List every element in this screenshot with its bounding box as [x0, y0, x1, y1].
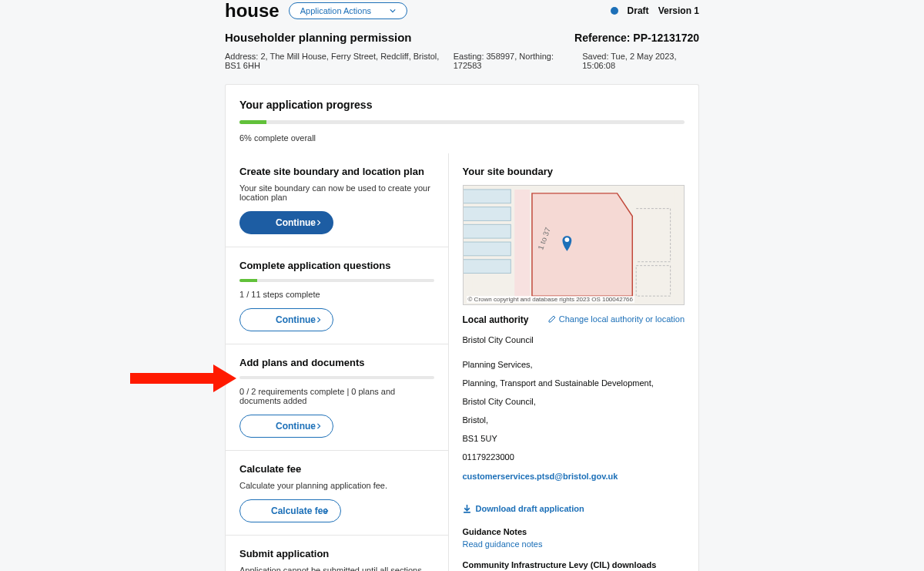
section-boundary: Create site boundary and location plan Y… — [226, 153, 448, 247]
meta-row: Address: 2, The Mill House, Ferry Street… — [225, 52, 699, 70]
actions-label: Application Actions — [300, 6, 371, 15]
svg-rect-1 — [464, 190, 511, 203]
authority-name: Bristol City Council — [463, 331, 685, 348]
status-label: Draft — [628, 5, 649, 16]
cil-title: Community Infrastructure Levy (CIL) down… — [463, 560, 685, 569]
svg-rect-3 — [464, 224, 511, 238]
subheader: Householder planning permission Referenc… — [225, 31, 699, 44]
callout-arrow — [130, 364, 215, 375]
calculate-fee-button[interactable]: Calculate fee — [239, 499, 341, 522]
authority-addr-1: Planning, Transport and Sustainable Deve… — [463, 375, 685, 391]
progress-card: Your application progress 6% complete ov… — [225, 84, 699, 153]
download-icon — [463, 505, 471, 513]
chevron-right-icon — [316, 220, 322, 226]
questions-continue-button[interactable]: Continue — [239, 308, 333, 331]
edit-icon — [548, 315, 556, 323]
guidance-notes-link[interactable]: Read guidance notes — [463, 538, 685, 551]
boundary-desc: Your site boundary can now be used to cr… — [239, 183, 434, 202]
fee-desc: Calculate your planning application fee. — [239, 481, 434, 490]
section-submit: Submit application Application cannot be… — [226, 536, 448, 571]
progress-text: 6% complete overall — [239, 133, 685, 143]
saved-text: Saved: Tue, 2 May 2023, 15:06:08 — [582, 52, 699, 70]
coordinates-text: Easting: 358997, Northing: 172583 — [454, 52, 571, 70]
progress-bar — [239, 120, 685, 124]
submit-desc: Application cannot be submitted until al… — [239, 566, 434, 571]
chevron-down-icon — [390, 8, 396, 14]
questions-progress-bar — [239, 279, 434, 282]
progress-title: Your application progress — [239, 99, 685, 111]
authority-addr-4: BS1 5UY — [463, 430, 685, 447]
chevron-right-icon — [316, 317, 322, 323]
plans-progress-text: 0 / 2 requirements complete | 0 plans an… — [239, 387, 434, 405]
section-questions: Complete application questions 1 / 11 st… — [226, 247, 448, 344]
boundary-continue-button[interactable]: Continue — [239, 211, 333, 234]
download-draft-link[interactable]: Download draft application — [463, 504, 584, 513]
chevron-right-icon — [323, 508, 330, 514]
header: house Application Actions Draft Version … — [225, 0, 699, 22]
svg-rect-5 — [464, 260, 511, 274]
chevron-right-icon — [316, 423, 322, 429]
permission-title: Householder planning permission — [225, 31, 412, 44]
submit-title: Submit application — [239, 548, 434, 559]
authority-phone: 01179223000 — [463, 448, 685, 465]
svg-rect-2 — [464, 207, 511, 221]
version-label: Version 1 — [658, 5, 699, 16]
map-caption: © Crown copyright and database rights 20… — [467, 296, 634, 303]
address-text: Address: 2, The Mill House, Ferry Street… — [225, 52, 454, 70]
questions-progress-text: 1 / 11 steps complete — [239, 290, 434, 299]
plans-progress-bar — [239, 376, 434, 379]
site-boundary-title: Your site boundary — [463, 166, 685, 177]
reference-number: Reference: PP-12131720 — [574, 32, 699, 44]
boundary-title: Create site boundary and location plan — [239, 166, 434, 177]
guidance-notes-title: Guidance Notes — [463, 527, 685, 536]
application-actions-button[interactable]: Application Actions — [289, 2, 407, 19]
fee-title: Calculate fee — [239, 463, 434, 475]
authority-addr-0: Planning Services, — [463, 356, 685, 373]
progress-bar-fill — [239, 120, 266, 124]
section-plans: Add plans and documents 0 / 2 requiremen… — [226, 344, 448, 451]
svg-rect-4 — [464, 242, 511, 256]
plans-continue-button[interactable]: Continue — [239, 415, 333, 438]
authority-email-link[interactable]: customerservices.ptsd@bristol.gov.uk — [463, 472, 685, 481]
status-dot-icon — [611, 7, 618, 15]
map-svg: 1 to 37 — [464, 186, 685, 304]
app-title: house — [225, 0, 280, 22]
change-authority-link[interactable]: Change local authority or location — [548, 314, 685, 324]
local-authority-label: Local authority — [463, 314, 529, 325]
plans-title: Add plans and documents — [239, 357, 434, 368]
site-boundary-map[interactable]: 1 to 37 © Crown copyright and database r… — [463, 185, 685, 305]
authority-addr-3: Bristol, — [463, 411, 685, 428]
section-fee: Calculate fee Calculate your planning ap… — [226, 451, 448, 536]
authority-addr-2: Bristol City Council, — [463, 393, 685, 410]
questions-title: Complete application questions — [239, 260, 434, 271]
svg-point-8 — [564, 237, 569, 242]
